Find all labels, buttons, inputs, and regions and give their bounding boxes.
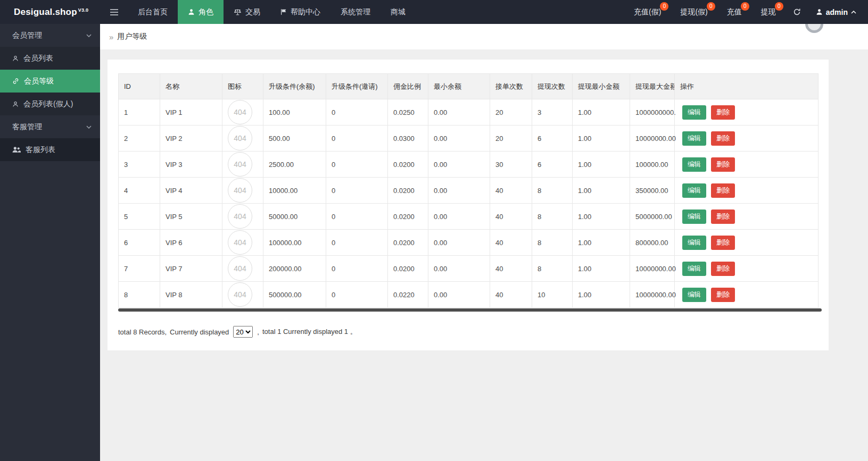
cell-name: VIP 1 — [160, 99, 222, 125]
delete-button[interactable]: 删除 — [711, 105, 735, 120]
cell-name: VIP 2 — [160, 125, 222, 152]
people-icon — [12, 146, 21, 153]
edit-button[interactable]: 编辑 — [682, 183, 706, 198]
app-logo[interactable]: Desigual.shopV3.0 — [0, 0, 100, 24]
user-menu[interactable]: admin — [808, 0, 868, 24]
cell-actions: 编辑删除 — [675, 256, 819, 282]
table-horizontal-scrollbar[interactable] — [118, 308, 822, 312]
nav-item-dashboard[interactable]: 后台首页 — [128, 0, 178, 24]
cell-orders: 40 — [490, 282, 532, 308]
per-page-select[interactable]: 20 — [233, 326, 253, 338]
badge-count: 0 — [660, 2, 668, 11]
cell-orders: 40 — [490, 230, 532, 256]
broken-image-placeholder: 404 — [228, 152, 252, 177]
edit-button[interactable]: 编辑 — [682, 236, 706, 250]
action-withdraw-fake[interactable]: 提现(假) 0 — [671, 0, 717, 24]
sidebar-item-service-list[interactable]: 客服列表 — [0, 138, 100, 161]
cell-withdraw-min: 1.00 — [573, 204, 630, 230]
cell-upgrade-invite: 0 — [326, 178, 388, 204]
cell-orders: 40 — [490, 178, 532, 204]
sidebar-group-member-management[interactable]: 会员管理 — [0, 24, 100, 47]
cell-withdraw-min: 1.00 — [573, 178, 630, 204]
nav-item-mall[interactable]: 商城 — [381, 0, 416, 24]
cell-min-balance: 0.00 — [428, 178, 490, 204]
action-recharge-fake[interactable]: 充值(假) 0 — [624, 0, 671, 24]
cell-upgrade-balance: 500000.00 — [263, 282, 326, 308]
sidebar-item-member-list[interactable]: 会员列表 — [0, 47, 100, 70]
delete-button[interactable]: 删除 — [711, 262, 735, 276]
col-header-upgrade-balance: 升级条件(余额) — [263, 74, 326, 99]
edit-button[interactable]: 编辑 — [682, 157, 706, 172]
sidebar-group-service-management[interactable]: 客服管理 — [0, 115, 100, 138]
cell-upgrade-invite: 0 — [326, 125, 388, 152]
delete-button[interactable]: 删除 — [711, 183, 735, 198]
username: admin — [826, 8, 848, 16]
cell-withdraw-times: 8 — [532, 256, 573, 282]
cell-actions: 编辑删除 — [675, 125, 819, 152]
edit-button[interactable]: 编辑 — [682, 288, 706, 302]
cell-withdraw-min: 1.00 — [573, 282, 630, 308]
user-level-card: ID 名称 图标 升级条件(余额) 升级条件(邀请) 佣金比例 最小余额 接单次… — [108, 60, 829, 350]
table-row: 5VIP 540450000.0000.02000.004081.0050000… — [119, 204, 819, 230]
cell-upgrade-invite: 0 — [326, 99, 388, 125]
cell-min-balance: 0.00 — [428, 256, 490, 282]
person-icon — [12, 55, 19, 62]
cell-actions: 编辑删除 — [675, 204, 819, 230]
app-version: V3.0 — [78, 7, 88, 13]
broken-image-placeholder: 404 — [228, 126, 252, 150]
cell-withdraw-max: 5000000.00 — [630, 204, 675, 230]
nav-item-roles[interactable]: 角色 — [178, 0, 224, 24]
menu-toggle-icon[interactable] — [100, 0, 128, 24]
edit-button[interactable]: 编辑 — [682, 105, 706, 120]
person-icon — [816, 9, 823, 15]
cell-withdraw-times: 3 — [532, 99, 573, 125]
cell-upgrade-balance: 100000.00 — [263, 230, 326, 256]
cell-withdraw-min: 1.00 — [573, 125, 630, 152]
edit-button[interactable]: 编辑 — [682, 209, 706, 224]
person-icon — [12, 101, 19, 107]
edit-button[interactable]: 编辑 — [682, 262, 706, 276]
cell-commission: 0.0200 — [388, 256, 428, 282]
breadcrumb: » 用户等级 — [100, 24, 868, 49]
user-level-table: ID 名称 图标 升级条件(余额) 升级条件(邀请) 佣金比例 最小余额 接单次… — [118, 73, 819, 308]
edit-button[interactable]: 编辑 — [682, 131, 706, 146]
cell-icon: 404 — [222, 178, 263, 204]
cell-upgrade-invite: 0 — [326, 230, 388, 256]
cell-id: 5 — [119, 204, 160, 230]
cell-withdraw-times: 8 — [532, 230, 573, 256]
cell-min-balance: 0.00 — [428, 152, 490, 178]
sidebar-item-member-list-fake[interactable]: 会员列表(假人) — [0, 93, 100, 115]
cell-upgrade-invite: 0 — [326, 152, 388, 178]
top-nav: 后台首页 角色 交易 帮助中心 系统管理 商城 — [128, 0, 416, 24]
nav-item-help-center[interactable]: 帮助中心 — [270, 0, 330, 24]
col-header-orders: 接单次数 — [490, 74, 532, 99]
nav-label: 角色 — [199, 7, 213, 17]
sidebar-item-member-level[interactable]: 会员等级 — [0, 70, 100, 93]
cell-actions: 编辑删除 — [675, 282, 819, 308]
delete-button[interactable]: 删除 — [711, 236, 735, 250]
delete-button[interactable]: 删除 — [711, 131, 735, 146]
delete-button[interactable]: 删除 — [711, 288, 735, 302]
refresh-icon[interactable] — [786, 0, 808, 24]
nav-item-system[interactable]: 系统管理 — [330, 0, 381, 24]
cell-name: VIP 8 — [160, 282, 222, 308]
person-icon — [188, 9, 195, 15]
topbar: Desigual.shopV3.0 后台首页 角色 交易 帮助中心 系统管理 商… — [0, 0, 868, 24]
nav-label: 交易 — [245, 7, 260, 17]
cell-upgrade-balance: 2500.00 — [263, 152, 326, 178]
broken-image-placeholder: 404 — [228, 178, 252, 203]
sidebar-item-label: 会员管理 — [12, 31, 42, 40]
action-withdraw[interactable]: 提现 0 — [751, 0, 786, 24]
cell-min-balance: 0.00 — [428, 99, 490, 125]
sidebar-item-label: 会员列表 — [23, 54, 53, 63]
table-row: 4VIP 440410000.0000.02000.004081.0035000… — [119, 178, 819, 204]
delete-button[interactable]: 删除 — [711, 157, 735, 172]
cell-withdraw-times: 6 — [532, 125, 573, 152]
nav-item-trade[interactable]: 交易 — [224, 0, 270, 24]
delete-button[interactable]: 删除 — [711, 209, 735, 224]
cell-icon: 404 — [222, 282, 263, 308]
action-recharge[interactable]: 充值 0 — [717, 0, 751, 24]
cell-name: VIP 5 — [160, 204, 222, 230]
sidebar-item-label: 会员等级 — [24, 77, 54, 86]
records-total-text: total 8 Records, — [118, 328, 167, 336]
